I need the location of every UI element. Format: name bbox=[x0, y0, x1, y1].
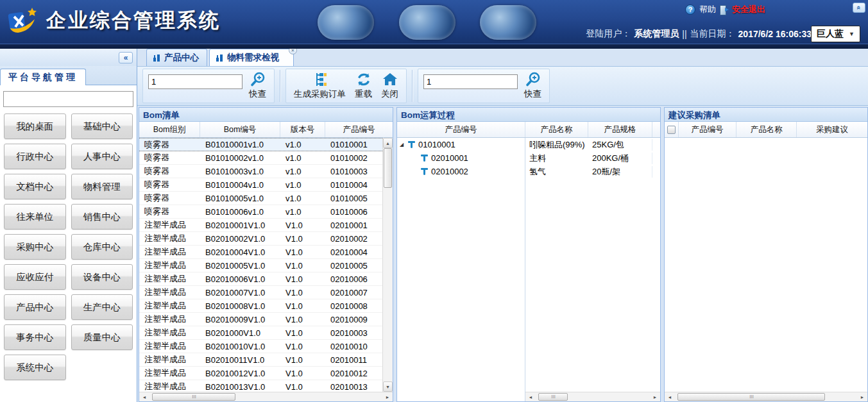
h-scroll-track[interactable] bbox=[149, 392, 382, 401]
bom-list-row[interactable]: 喷雾器B01010001v1.0v1.001010001 bbox=[139, 138, 382, 151]
bom-list-row[interactable]: 喷雾器B01010004v1.0v1.001010004 bbox=[139, 178, 382, 192]
bom-list-row[interactable]: 喷雾器B01010003v1.0v1.001010003 bbox=[139, 165, 382, 178]
sidebar-item-1[interactable]: 我的桌面 bbox=[4, 113, 66, 139]
sidebar-item-4[interactable]: 人事中心 bbox=[71, 144, 133, 169]
sidebar-item-13[interactable]: 产品中心 bbox=[4, 294, 66, 320]
column-header-product-name[interactable]: 产品名称 bbox=[736, 122, 797, 137]
sidebar-item-9[interactable]: 采购中心 bbox=[4, 234, 66, 260]
sidebar-item-15[interactable]: 事务中心 bbox=[4, 324, 66, 350]
detail-row[interactable]: 氢气20瓶/架 bbox=[525, 165, 660, 178]
sidebar-item-5[interactable]: 文档中心 bbox=[4, 174, 66, 199]
suggest-h-scrollbar[interactable]: ◄ ► bbox=[665, 392, 867, 401]
quick-search-input-2[interactable] bbox=[423, 74, 518, 89]
cell: v1.0 bbox=[280, 207, 325, 217]
h-scroll-track[interactable] bbox=[675, 392, 857, 401]
separator: || bbox=[682, 29, 686, 39]
sidebar-item-6[interactable]: 物料管理 bbox=[71, 174, 133, 199]
bom-list-row[interactable]: 注塑半成品B02010005V1.0V1.002010005 bbox=[139, 259, 382, 272]
bom-list-row[interactable]: 注塑半成品B02010011V1.0V1.002010011 bbox=[139, 353, 382, 367]
select-all-checkbox[interactable] bbox=[667, 126, 676, 134]
sidebar-item-12[interactable]: 设备中心 bbox=[71, 264, 133, 290]
tab-1[interactable]: 产品中心 bbox=[146, 49, 207, 66]
scroll-right-icon[interactable]: ► bbox=[650, 392, 660, 401]
sidebar-item-3[interactable]: 行政中心 bbox=[4, 144, 66, 169]
column-header-version[interactable]: 版本号 bbox=[280, 122, 325, 137]
bom-list-row[interactable]: 喷雾器B01010002v1.0v1.001010002 bbox=[139, 151, 382, 165]
sidebar-collapse-button[interactable]: « bbox=[119, 52, 133, 63]
bom-list-row[interactable]: 喷雾器B01010006v1.0v1.001010006 bbox=[139, 205, 382, 219]
bom-list-row[interactable]: 注塑半成品B02010009V1.0V1.002010009 bbox=[139, 313, 382, 326]
h-scroll-thumb[interactable] bbox=[538, 393, 568, 401]
column-header-bom-code[interactable]: Bom编号 bbox=[200, 122, 280, 137]
column-header-product-name[interactable]: 产品名称 bbox=[525, 122, 588, 137]
scroll-left-icon[interactable]: ◄ bbox=[665, 392, 675, 401]
generate-po-button[interactable]: 生成采购订单 bbox=[291, 71, 348, 101]
column-header-bom-group[interactable]: Bom组别 bbox=[139, 122, 200, 137]
scroll-left-icon[interactable]: ◄ bbox=[525, 392, 536, 401]
column-header-product-code[interactable]: 产品编号 bbox=[397, 122, 525, 137]
scroll-up-icon[interactable]: ▲ bbox=[383, 138, 393, 148]
bom-list-h-scrollbar[interactable]: ◄ ► bbox=[139, 392, 393, 401]
help-link[interactable]: 帮助 bbox=[699, 4, 716, 15]
bom-process-h-scrollbar[interactable]: ◄ ► bbox=[525, 392, 660, 401]
sidebar-search-input[interactable] bbox=[3, 91, 133, 107]
scroll-right-icon[interactable]: ► bbox=[857, 392, 867, 401]
sidebar-item-17[interactable]: 系统中心 bbox=[4, 355, 66, 380]
cell: B02010011V1.0 bbox=[200, 355, 280, 365]
tree-expander-icon[interactable]: ◢ bbox=[400, 142, 408, 147]
sidebar-item-8[interactable]: 销售中心 bbox=[71, 204, 133, 230]
column-header-product-code[interactable]: 产品编号 bbox=[679, 122, 736, 137]
bom-list-row[interactable]: 注塑半成品B02010012V1.0V1.002010012 bbox=[139, 367, 382, 380]
bom-list-row[interactable]: 注塑半成品B0201000V1.0V1.002010003 bbox=[139, 326, 382, 340]
user-info-line: 登陆用户：系统管理员 || 当前日期：2017/6/2 16:06:33 bbox=[586, 28, 812, 40]
bom-list-v-scrollbar[interactable]: ▲ ▼ bbox=[382, 138, 393, 392]
theme-dropdown[interactable]: 巨人蓝 ▼ bbox=[811, 26, 860, 42]
quick-search-input-1[interactable] bbox=[148, 74, 243, 89]
tab-2[interactable]: 物料需求检视✕ bbox=[209, 49, 294, 66]
quick-search-button-2[interactable]: 快查 bbox=[522, 71, 544, 101]
quick-search-button-1[interactable]: 快查 bbox=[246, 71, 269, 101]
sidebar-item-11[interactable]: 应收应付 bbox=[4, 264, 66, 290]
sidebar-nav-tab[interactable]: 平台导航管理 bbox=[0, 69, 86, 86]
h-scroll-thumb[interactable] bbox=[677, 393, 825, 401]
sidebar-item-14[interactable]: 生产中心 bbox=[71, 294, 133, 320]
bom-list-panel: Bom清单 Bom组别 Bom编号 版本号 产品编号 喷雾器B01010001v… bbox=[139, 107, 393, 402]
tree-node[interactable]: 02010001 bbox=[397, 151, 525, 165]
bom-list-row[interactable]: 注塑半成品B02010008V1.0V1.002010008 bbox=[139, 299, 382, 313]
column-header-product-spec[interactable]: 产品规格 bbox=[588, 122, 652, 137]
close-button[interactable]: 关闭 bbox=[379, 71, 401, 101]
bom-list-row[interactable]: 喷雾器B01010005v1.0v1.001010005 bbox=[139, 192, 382, 205]
scroll-left-icon[interactable]: ◄ bbox=[139, 392, 149, 401]
tree-node[interactable]: 02010002 bbox=[397, 165, 525, 178]
app-title: 企业综合管理系统 bbox=[46, 7, 221, 34]
bom-list-row[interactable]: 注塑半成品B02010007V1.0V1.002010007 bbox=[139, 286, 382, 299]
scroll-right-icon[interactable]: ► bbox=[382, 392, 393, 401]
cell: 注塑半成品 bbox=[139, 273, 200, 285]
bom-list-row[interactable]: 注塑半成品B02010002V1.0V1.002010002 bbox=[139, 232, 382, 246]
h-scroll-track[interactable] bbox=[536, 392, 650, 401]
banner-bottom-strip bbox=[0, 44, 868, 49]
column-header-product-code[interactable]: 产品编号 bbox=[325, 122, 393, 137]
bom-list-row[interactable]: 注塑半成品B02010013V1.0V1.002010013 bbox=[139, 380, 382, 392]
bom-list-row[interactable]: 注塑半成品B02010001V1.0V1.002010001 bbox=[139, 219, 382, 232]
bom-list-row[interactable]: 注塑半成品B02010010V1.0V1.002010010 bbox=[139, 340, 382, 353]
sidebar-item-7[interactable]: 往来单位 bbox=[4, 204, 66, 230]
bom-list-row[interactable]: 注塑半成品B02010006V1.0V1.002010006 bbox=[139, 272, 382, 286]
reload-button[interactable]: 重载 bbox=[352, 71, 375, 101]
scroll-down-icon[interactable]: ▼ bbox=[383, 381, 393, 392]
logout-link[interactable]: 安全退出 bbox=[732, 4, 765, 15]
v-scroll-track[interactable] bbox=[383, 148, 393, 381]
sidebar-item-16[interactable]: 质量中心 bbox=[71, 324, 133, 350]
sidebar-item-2[interactable]: 基础中心 bbox=[71, 113, 133, 139]
suggest-purchase-header: 产品编号 产品名称 采购建议 bbox=[665, 122, 867, 138]
v-scroll-thumb[interactable] bbox=[384, 148, 392, 188]
sidebar-item-10[interactable]: 仓库中心 bbox=[71, 234, 133, 260]
tab-close-icon[interactable]: ✕ bbox=[289, 49, 297, 54]
detail-row[interactable]: 主料200KG/桶 bbox=[525, 151, 660, 165]
h-scroll-thumb[interactable] bbox=[152, 393, 235, 401]
tree-node[interactable]: ◢01010001 bbox=[397, 138, 525, 151]
column-header-purchase-suggestion[interactable]: 采购建议 bbox=[797, 122, 867, 137]
banner-collapse-button[interactable]: « bbox=[853, 3, 865, 13]
bom-list-row[interactable]: 注塑半成品B02010004V1.0V1.002010004 bbox=[139, 246, 382, 259]
detail-row[interactable]: 吲哚粗品(99%)25KG/包 bbox=[525, 138, 660, 151]
